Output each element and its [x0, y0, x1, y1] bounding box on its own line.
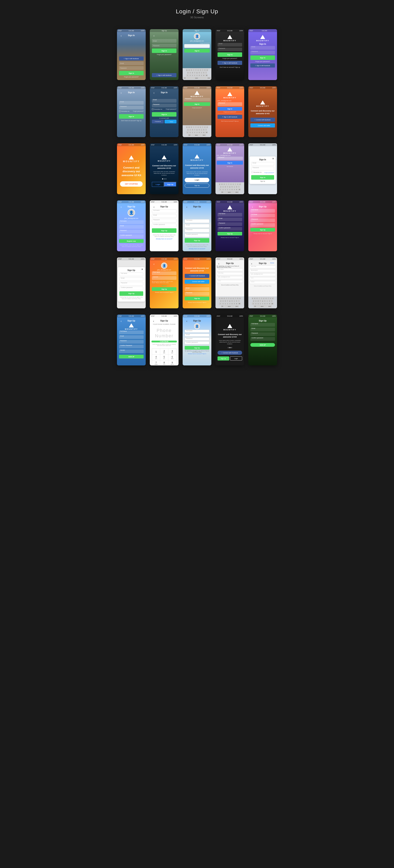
email-field[interactable]: john_doe@gmail.com: [250, 273, 276, 276]
signup-btn[interactable]: Sign Up: [152, 287, 176, 291]
signin-link[interactable]: Already have an account? Sign In: [185, 302, 209, 303]
username-field[interactable]: @username: [250, 269, 276, 272]
signin-link[interactable]: Already have an account? Sign In: [185, 353, 209, 354]
password-field[interactable]: Password: [218, 48, 242, 51]
password-field[interactable]: Password: [119, 106, 144, 110]
forgot-password[interactable]: Forgot password?: [166, 108, 176, 110]
confirm-password-field[interactable]: Confirm password: [218, 227, 242, 231]
confirm-password-field[interactable]: Confirm password: [119, 235, 144, 238]
back-arrow[interactable]: ‹: [251, 262, 252, 265]
signup-btn[interactable]: Sign Up: [120, 291, 143, 296]
fullname-field[interactable]: Full Name: [250, 209, 275, 213]
password-field[interactable]: Password: [250, 332, 275, 336]
done-btn[interactable]: Done: [270, 262, 274, 264]
confirm-password-field[interactable]: Confirm password: [250, 223, 275, 227]
forgot-password-link[interactable]: Forgot your password?: [152, 54, 176, 55]
confirm-password-field[interactable]: Confirm password: [250, 337, 275, 341]
email-field[interactable]: Email: [152, 214, 176, 218]
login-btn[interactable]: Login: [185, 178, 209, 182]
signin-btn[interactable]: Sign In: [152, 49, 176, 53]
signin-btn[interactable]: Sign In: [119, 71, 144, 75]
facebook-btn[interactable]: f Sign in with facebook: [250, 63, 275, 67]
email-field[interactable]: John Doe: [217, 272, 243, 275]
fullname-field[interactable]: Full name: [152, 209, 176, 213]
login-btn[interactable]: Login: [230, 356, 242, 361]
fullname-field[interactable]: Full name: [120, 273, 143, 276]
key-9[interactable]: 9WXYZ: [168, 361, 176, 366]
remember-me[interactable]: Remember me: [119, 111, 130, 112]
facebook-btn[interactable]: f Connect with Facebook: [218, 351, 242, 355]
email-field[interactable]: Email: [119, 335, 144, 339]
facebook-signin-btn[interactable]: f Sign in with facebook: [119, 57, 144, 61]
signin-link[interactable]: Already have an account? Sign In: [250, 233, 275, 234]
key-1[interactable]: 1: [152, 349, 160, 354]
back-arrow[interactable]: ‹: [154, 262, 155, 266]
email-field[interactable]: Email: [185, 287, 209, 291]
signup-btn[interactable]: Sign Up: [218, 356, 229, 361]
forgot-password[interactable]: Forgot password?: [264, 172, 274, 173]
password-field[interactable]: Password: [251, 167, 274, 170]
signin-btn[interactable]: Sign In: [250, 56, 275, 60]
signup-btn[interactable]: Sign Up: [185, 238, 209, 243]
signup-link[interactable]: Don't have an account? Sign up: [218, 121, 242, 122]
signin-btn[interactable]: Sign In: [184, 49, 210, 53]
signup-btn[interactable]: Sign Up: [152, 228, 176, 233]
back-arrow[interactable]: ‹: [121, 91, 122, 94]
signin-btn[interactable]: Sign In: [217, 161, 243, 165]
login-tab[interactable]: Login: [152, 182, 164, 187]
close-btn[interactable]: ✕: [141, 268, 143, 271]
back-arrow[interactable]: ‹: [154, 205, 155, 209]
password-field[interactable]: Password: [250, 218, 275, 222]
signup-btn[interactable]: Sign Up: [185, 184, 209, 188]
password-field[interactable]: Password: [119, 66, 144, 70]
resend-link[interactable]: Resend: [152, 285, 176, 286]
fullname-field[interactable]: Full Name: [250, 323, 275, 327]
email-field[interactable]: Email: [120, 277, 143, 281]
signin-btn[interactable]: Sign In: [218, 107, 242, 111]
signup-tab[interactable]: Sign Up: [164, 182, 176, 187]
back-arrow[interactable]: ‹: [186, 205, 187, 209]
email-field[interactable]: Email: [119, 101, 144, 105]
facebook-btn[interactable]: f Sign in with facebook: [218, 61, 242, 65]
forgot-password-link[interactable]: Forgot your password?: [119, 76, 144, 78]
twitter-btn[interactable]: 🐦 Twitter: [165, 120, 176, 123]
password-field[interactable]: Password: [152, 219, 176, 222]
signup-btn[interactable]: Sign Up: [185, 346, 209, 350]
password-field[interactable]: ••••••: [250, 277, 276, 280]
email-field[interactable]: Email: [152, 39, 176, 43]
signin-btn[interactable]: Sign In: [184, 102, 210, 106]
fullname-field[interactable]: Full Name: [218, 213, 242, 217]
firstname-field[interactable]: First name: [152, 271, 176, 275]
back-arrow[interactable]: ‹: [153, 319, 154, 323]
close-btn[interactable]: ✕: [272, 157, 274, 160]
key-6[interactable]: 6MNO: [168, 355, 176, 360]
key-7[interactable]: 7PQRS: [152, 361, 160, 366]
password-field[interactable]: Password: [119, 340, 144, 344]
password-field[interactable]: Password: [185, 292, 209, 296]
facebook-btn[interactable]: f Connect with facebook: [250, 118, 275, 122]
back-arrow[interactable]: ‹: [121, 205, 122, 209]
password-field[interactable]: Password: [119, 230, 144, 234]
signin-btn[interactable]: Sign In: [218, 52, 242, 57]
confirm-password-field[interactable]: ••••••••: [250, 281, 276, 284]
forgot-password-link[interactable]: Forgot your password?: [250, 61, 275, 62]
continue-btn[interactable]: CONTINUE: [152, 341, 177, 342]
password-field[interactable]: [184, 44, 210, 48]
register-btn[interactable]: Register now: [119, 239, 144, 243]
email-field[interactable]: Email: [218, 43, 242, 46]
remember-me[interactable]: Remember me: [251, 172, 262, 173]
confirm-password-field[interactable]: Confirm Password: [119, 345, 144, 348]
signup-btn[interactable]: Sign Up: [218, 232, 242, 236]
email-field[interactable]: Email: [152, 99, 176, 103]
twitter-btn[interactable]: 🐦 Connect with twitter: [250, 123, 275, 127]
facebook-btn[interactable]: f Facebook: [152, 120, 164, 123]
signup-link[interactable]: Sign Up: [251, 181, 274, 182]
back-arrow[interactable]: ‹: [252, 205, 253, 209]
password-field[interactable]: ••••••••••: [152, 276, 176, 280]
signin-btn[interactable]: Sign In: [152, 112, 176, 117]
signin-link[interactable]: Already have an account?: [152, 238, 176, 240]
password-field[interactable]: Password: [185, 229, 209, 232]
vt-email-field[interactable]: vt. Email: [250, 214, 275, 217]
signup-btn[interactable]: SIGN UP: [119, 355, 144, 359]
password-field[interactable]: Password: [185, 338, 209, 340]
